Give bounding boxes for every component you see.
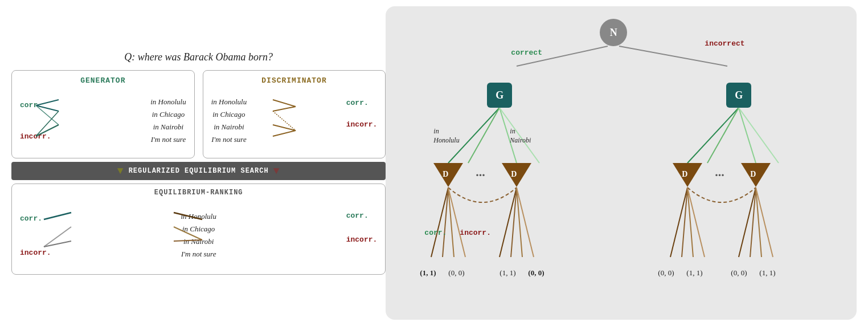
svg-line-24: [739, 108, 756, 163]
generator-box: GENERATOR corr. incorr. in Honolulu in C…: [11, 70, 195, 158]
svg-line-3: [36, 125, 59, 136]
node-d-left-1: [433, 163, 463, 187]
corr-label-bottom-left: corr.: [424, 229, 447, 237]
node-g-right: G: [726, 83, 751, 108]
svg-line-38: [739, 188, 756, 257]
svg-line-17: [619, 46, 727, 66]
score-1: (1, 1): [420, 268, 436, 278]
generator-diagram: corr. incorr. in Honolulu in Chicago in …: [20, 89, 186, 152]
svg-line-8: [273, 131, 296, 136]
incorrect-label: incorrect: [705, 39, 744, 48]
svg-line-36: [687, 188, 693, 257]
discriminator-diagram: in Honolulu in Chicago in Nairobi I'm no…: [211, 89, 378, 152]
svg-line-33: [517, 188, 534, 257]
node-n: N: [600, 19, 627, 46]
arrow-label: REGULARIZED EQUILIBRIUM SEARCH: [129, 167, 269, 175]
svg-line-10: [44, 213, 71, 219]
svg-line-34: [670, 188, 687, 257]
svg-line-32: [517, 188, 522, 257]
svg-line-39: [750, 188, 756, 257]
label-in-honolulu: inHonolulu: [433, 127, 459, 145]
score-3: (1, 1): [499, 268, 515, 278]
svg-line-35: [682, 188, 687, 257]
score-6: (1, 1): [686, 268, 702, 278]
svg-line-29: [448, 188, 465, 257]
node-d-right-1: [673, 163, 702, 187]
svg-line-14: [174, 227, 202, 240]
arrow-row: ▼ REGULARIZED EQUILIBRIUM SEARCH ▼: [11, 162, 386, 180]
arrow-down-gen: ▼: [117, 165, 124, 177]
eq-lines-svg: [20, 201, 377, 270]
svg-line-15: [174, 240, 202, 241]
equilibrium-box: EQUILIBRIUM-RANKING corr. incorr. in Hon…: [11, 184, 386, 275]
svg-line-5: [273, 100, 296, 107]
arrow-down-disc: ▼: [273, 165, 280, 177]
svg-line-30: [499, 188, 517, 257]
question: Q: where was Barack Obama born?: [11, 51, 386, 63]
svg-line-40: [756, 188, 761, 257]
equilibrium-title: EQUILIBRIUM-RANKING: [20, 189, 377, 197]
label-in-nairobi: inNairobi: [510, 127, 531, 145]
left-panel: Q: where was Barack Obama born? GENERATO…: [11, 51, 386, 275]
equilibrium-diagram: corr. incorr. in Honolulu in Chicago in …: [20, 201, 377, 270]
svg-line-0: [36, 100, 59, 105]
svg-line-27: [443, 188, 448, 257]
svg-line-23: [707, 108, 739, 163]
correct-label: correct: [511, 48, 542, 57]
svg-line-41: [756, 188, 773, 257]
score-2: (0, 0): [448, 268, 464, 278]
node-g-left: G: [487, 83, 512, 108]
main-container: Q: where was Barack Obama born? GENERATO…: [0, 0, 868, 326]
discriminator-title: DISCRIMINATOR: [211, 76, 378, 85]
score-7: (0, 0): [731, 268, 747, 278]
svg-line-31: [511, 188, 517, 257]
svg-line-22: [687, 108, 739, 163]
score-5: (0, 0): [658, 268, 674, 278]
svg-line-28: [448, 188, 454, 257]
score-8: (1, 1): [759, 268, 775, 278]
right-panel: N correct incorrect G G inHonolulu inNai…: [386, 6, 857, 320]
generator-lines-svg: [20, 89, 186, 152]
svg-line-26: [431, 188, 448, 257]
svg-line-6: [273, 107, 296, 111]
svg-line-19: [468, 108, 499, 163]
svg-line-13: [174, 213, 202, 219]
dots-left: ···: [476, 168, 485, 182]
discriminator-box: DISCRIMINATOR in Honolulu in Chicago in …: [203, 70, 386, 158]
svg-line-25: [739, 108, 779, 163]
incorr-label-bottom-left: incorr.: [460, 229, 491, 237]
svg-line-37: [687, 188, 705, 257]
node-d-left-2: [502, 163, 531, 187]
dots-right: ···: [715, 168, 724, 182]
generator-title: GENERATOR: [20, 76, 186, 85]
discriminator-lines-svg: [211, 89, 378, 152]
node-d-right-2: [741, 163, 771, 187]
score-4: (0, 0): [528, 268, 544, 278]
gen-disc-row: GENERATOR corr. incorr. in Honolulu in C…: [11, 70, 386, 158]
